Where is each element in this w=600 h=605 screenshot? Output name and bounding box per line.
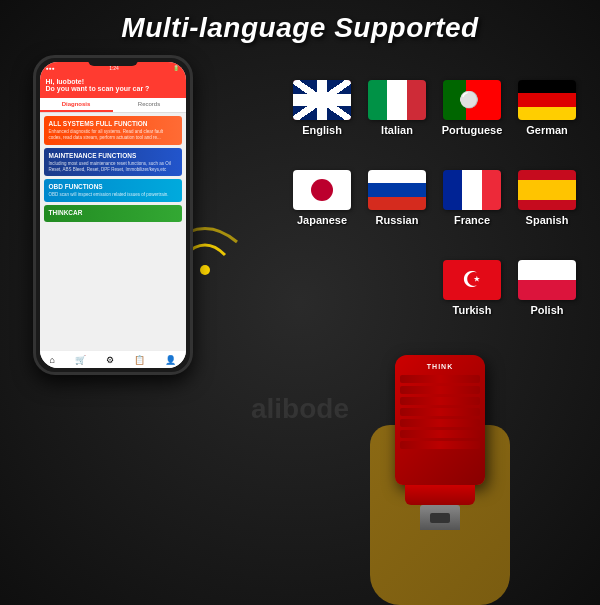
phone-menu-all-systems-title: ALL SYSTEMS FULL FUNCTION bbox=[49, 120, 177, 127]
lang-item-france: France bbox=[437, 155, 507, 240]
device-rib-1 bbox=[400, 375, 480, 383]
phone-greeting-line1: Hi, luobote! bbox=[46, 78, 180, 85]
device-connector bbox=[420, 505, 460, 530]
flag-germany bbox=[518, 80, 576, 120]
device-port bbox=[430, 513, 450, 523]
lang-label-spanish: Spanish bbox=[526, 214, 569, 226]
phone-tabs: Diagnosis Records bbox=[40, 98, 186, 113]
device-ribs bbox=[400, 375, 480, 452]
device-rib-7 bbox=[400, 441, 480, 449]
phone-greeting: Hi, luobote! Do you want to scan your ca… bbox=[40, 74, 186, 98]
phone-nav-search-icon[interactable]: ⚙ bbox=[106, 355, 114, 365]
phone-nav-doc-icon[interactable]: 📋 bbox=[134, 355, 145, 365]
lang-label-polish: Polish bbox=[530, 304, 563, 316]
phone-menu-all-systems[interactable]: ALL SYSTEMS FULL FUNCTION Enhanced diagn… bbox=[44, 116, 182, 145]
phone-tab-diagnosis[interactable]: Diagnosis bbox=[40, 98, 113, 112]
lang-item-russian: Russian bbox=[362, 155, 432, 240]
flag-russia bbox=[368, 170, 426, 210]
phone-screen: ●●● 1:24 🔋 Hi, luobote! Do you want to s… bbox=[40, 62, 186, 368]
device-rib-4 bbox=[400, 408, 480, 416]
watermark: alibode bbox=[251, 393, 349, 425]
flag-poland bbox=[518, 260, 576, 300]
phone-menu-obd-desc: OBD scan will inspect emission related i… bbox=[49, 192, 177, 198]
phone-mockup: ●●● 1:24 🔋 Hi, luobote! Do you want to s… bbox=[15, 55, 210, 485]
device-rib-3 bbox=[400, 397, 480, 405]
phone-outer: ●●● 1:24 🔋 Hi, luobote! Do you want to s… bbox=[33, 55, 193, 375]
lang-item-italian: Italian bbox=[362, 65, 432, 150]
flag-uk bbox=[293, 80, 351, 120]
flag-japan bbox=[293, 170, 351, 210]
device-body: THINK bbox=[395, 355, 485, 485]
phone-menu-thinkcar[interactable]: THINKCAR bbox=[44, 205, 182, 222]
phone-menu-obd[interactable]: OBD FUNCTIONS OBD scan will inspect emis… bbox=[44, 179, 182, 202]
phone-nav-shop-icon[interactable]: 🛒 bbox=[75, 355, 86, 365]
flag-spain bbox=[518, 170, 576, 210]
phone-greeting-line2: Do you want to scan your car ? bbox=[46, 85, 180, 92]
language-grid: English Italian Portuguese German Japane… bbox=[287, 65, 582, 330]
phone-menu-maintenance-desc: Including most used maintenance reset fu… bbox=[49, 161, 177, 173]
lang-item-spanish: Spanish bbox=[512, 155, 582, 240]
lang-label-german: German bbox=[526, 124, 568, 136]
lang-label-italian: Italian bbox=[381, 124, 413, 136]
lang-label-turkish: Turkish bbox=[453, 304, 492, 316]
phone-tab-records[interactable]: Records bbox=[113, 98, 186, 112]
flag-portugal bbox=[443, 80, 501, 120]
lang-label-portuguese: Portuguese bbox=[442, 124, 503, 136]
lang-item-portuguese: Portuguese bbox=[437, 65, 507, 150]
phone-menu-maintenance[interactable]: MAINTENANCE FUNCTIONS Including most use… bbox=[44, 148, 182, 177]
phone-notch bbox=[88, 58, 138, 66]
flag-france bbox=[443, 170, 501, 210]
phone-bottom-nav: ⌂ 🛒 ⚙ 📋 👤 bbox=[40, 350, 186, 368]
phone-menu-obd-title: OBD FUNCTIONS bbox=[49, 183, 177, 190]
phone-menu-all-systems-desc: Enhanced diagnostic for all systems. Rea… bbox=[49, 129, 177, 141]
lang-item-english: English bbox=[287, 65, 357, 150]
phone-menu-maintenance-title: MAINTENANCE FUNCTIONS bbox=[49, 152, 177, 159]
lang-item-turkish: Turkish bbox=[437, 245, 507, 330]
device-rib-2 bbox=[400, 386, 480, 394]
phone-signal: ●●● bbox=[46, 65, 55, 71]
device-bottom bbox=[405, 485, 475, 505]
lang-label-france: France bbox=[454, 214, 490, 226]
device-rib-6 bbox=[400, 430, 480, 438]
obd-device: THINK bbox=[380, 355, 500, 525]
page-title: Multi-language Supported bbox=[0, 12, 600, 44]
phone-menu-thinkcar-title: THINKCAR bbox=[49, 209, 177, 216]
phone-nav-user-icon[interactable]: 👤 bbox=[165, 355, 176, 365]
phone-battery: 🔋 bbox=[173, 65, 179, 71]
device-label: THINK bbox=[395, 363, 485, 370]
phone-nav-home-icon[interactable]: ⌂ bbox=[49, 355, 54, 365]
flag-turkey bbox=[443, 260, 501, 300]
lang-item-japanese: Japanese bbox=[287, 155, 357, 240]
flag-italy bbox=[368, 80, 426, 120]
lang-label-english: English bbox=[302, 124, 342, 136]
device-rib-5 bbox=[400, 419, 480, 427]
lang-label-russian: Russian bbox=[376, 214, 419, 226]
lang-label-japanese: Japanese bbox=[297, 214, 347, 226]
lang-item-polish: Polish bbox=[512, 245, 582, 330]
main-container: Multi-language Supported English Italian… bbox=[0, 0, 600, 605]
lang-item-german: German bbox=[512, 65, 582, 150]
